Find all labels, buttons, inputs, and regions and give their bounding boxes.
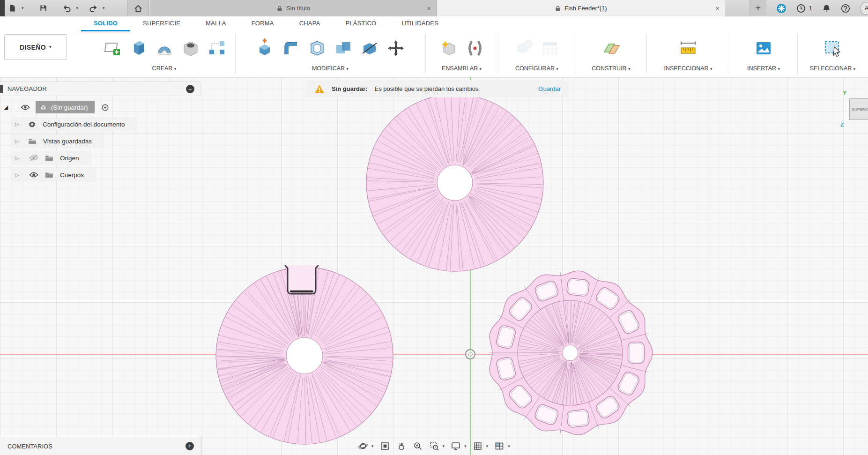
tree-row-document-settings[interactable]: ▷ Configuración del documento	[0, 116, 200, 133]
tree-item-label[interactable]: Origen	[60, 155, 79, 162]
viewports-caret-icon[interactable]: ▾	[508, 444, 510, 448]
ribbon-tools: CREAR ▾	[0, 31, 868, 77]
undo-caret-icon[interactable]: ▾	[76, 6, 79, 10]
extrude-icon[interactable]	[127, 37, 149, 59]
grid-settings-icon[interactable]	[473, 441, 483, 451]
user-avatar[interactable]: A	[860, 2, 868, 15]
orbit-icon[interactable]	[358, 441, 368, 451]
save-link[interactable]: Guardar	[538, 85, 561, 92]
activate-component-radio-icon[interactable]	[101, 104, 109, 112]
redo-icon[interactable]	[89, 4, 97, 13]
viewcube-top-face[interactable]: SUPERIOR	[849, 98, 868, 120]
hole-icon[interactable]	[180, 37, 201, 59]
create-sketch-icon[interactable]	[101, 37, 123, 59]
tab-malla[interactable]: MALLA	[193, 16, 239, 31]
undo-icon[interactable]	[63, 4, 71, 13]
combine-icon[interactable]	[333, 37, 354, 59]
gear-icon	[28, 120, 36, 128]
collapse-panel-button[interactable]: –	[186, 85, 194, 93]
ribbon-group-crear: CREAR ▾	[93, 31, 235, 77]
root-document-node[interactable]: (Sin guardar)	[36, 101, 95, 113]
tab-utilidades[interactable]: UTILIDADES	[389, 16, 451, 31]
file-menu-caret-icon[interactable]: ▾	[22, 6, 24, 10]
save-icon[interactable]	[39, 4, 47, 12]
viewports-icon[interactable]	[494, 441, 504, 451]
folder-icon	[28, 138, 37, 144]
notifications-bell-icon[interactable]	[822, 4, 831, 13]
lock-icon	[555, 5, 561, 12]
expand-caret-icon[interactable]: ▷	[15, 155, 22, 161]
group-label-crear[interactable]: CREAR ▾	[93, 65, 235, 72]
new-tab-button[interactable]: +	[749, 0, 766, 16]
press-pull-icon[interactable]	[254, 37, 275, 59]
close-tab-icon[interactable]: ×	[715, 4, 720, 12]
tree-row-bodies[interactable]: ▷ Cuerpos	[0, 166, 200, 183]
measure-icon[interactable]	[677, 37, 699, 59]
new-component-icon[interactable]	[438, 37, 460, 59]
ribbon: DISEÑO ▾ SOLIDO SUPERFICIE MALLA FORMA C…	[0, 16, 868, 77]
folder-icon	[45, 155, 53, 161]
origin-marker[interactable]	[465, 349, 475, 359]
ribbon-group-seleccionar: SELECCIONAR ▾	[797, 31, 868, 77]
document-tab-untitled[interactable]: Sin título ×	[150, 0, 437, 16]
select-icon[interactable]	[822, 37, 844, 59]
tree-item-label[interactable]: Vistas guardadas	[43, 138, 92, 145]
insert-image-icon[interactable]	[753, 37, 774, 59]
group-label-modificar[interactable]: MODIFICAR ▾	[235, 65, 425, 72]
display-settings-icon[interactable]	[451, 441, 461, 451]
display-settings-caret-icon[interactable]: ▾	[464, 444, 467, 448]
expand-caret-icon[interactable]: ▷	[15, 121, 22, 127]
tree-row-root[interactable]: ◢ (Sin guardar)	[0, 99, 200, 116]
panel-handle[interactable]	[0, 85, 3, 93]
split-body-icon[interactable]	[359, 37, 380, 59]
move-icon[interactable]	[385, 37, 407, 59]
tab-superficie[interactable]: SUPERFICIE	[130, 16, 193, 31]
add-comment-button[interactable]: +	[185, 442, 194, 450]
history-clock-icon[interactable]	[796, 4, 806, 13]
eye-off-icon[interactable]	[29, 155, 38, 161]
group-label-inspeccionar[interactable]: INSPECCIONAR ▾	[646, 65, 730, 72]
group-label-ensamblar[interactable]: ENSAMBLAR ▾	[425, 65, 498, 72]
group-label-construir[interactable]: CONSTRUIR ▾	[576, 65, 646, 72]
file-menu-icon[interactable]	[8, 4, 16, 12]
orbit-caret-icon[interactable]: ▾	[371, 444, 374, 448]
tree-item-label[interactable]: Configuración del documento	[43, 121, 125, 128]
viewcube[interactable]: Y SUPERIOR Z	[835, 90, 868, 127]
viewcube-y-axis-label: Y	[843, 90, 846, 96]
tree-row-saved-views[interactable]: ▷ Vistas guardadas	[0, 133, 200, 149]
joint-icon[interactable]	[464, 37, 486, 59]
grid-settings-caret-icon[interactable]: ▾	[486, 444, 489, 448]
expand-caret-icon[interactable]: ▷	[15, 138, 22, 144]
navigator-tree: ◢ (Sin guardar) ▷ Configuración del docu…	[0, 96, 200, 183]
group-label-configurar[interactable]: CONFIGURAR ▾	[498, 65, 576, 72]
ribbon-group-construir: CONSTRUIR ▾	[576, 31, 646, 77]
eye-icon[interactable]	[29, 172, 38, 178]
group-label-seleccionar[interactable]: SELECCIONAR ▾	[797, 65, 868, 72]
pattern-icon[interactable]	[206, 37, 228, 59]
tab-solido[interactable]: SOLIDO	[81, 16, 130, 31]
pan-hand-icon[interactable]	[396, 441, 407, 451]
shell-icon[interactable]	[306, 37, 328, 59]
zoom-window-caret-icon[interactable]: ▾	[443, 444, 445, 448]
tab-chapa[interactable]: CHAPA	[287, 16, 333, 31]
look-at-icon[interactable]	[380, 441, 390, 451]
home-button[interactable]	[127, 0, 149, 16]
close-tab-icon[interactable]: ×	[427, 4, 431, 12]
tree-item-label[interactable]: Cuerpos	[60, 172, 84, 179]
zoom-icon[interactable]	[413, 441, 423, 451]
eye-icon[interactable]	[21, 104, 30, 111]
fillet-icon[interactable]	[280, 37, 302, 59]
tree-row-origin[interactable]: ▷ Origen	[0, 149, 200, 166]
tab-plastico[interactable]: PLÁSTICO	[333, 16, 389, 31]
redo-caret-icon[interactable]: ▾	[103, 6, 105, 10]
help-icon[interactable]	[841, 4, 850, 13]
job-status-icon[interactable]	[776, 3, 786, 14]
expand-caret-icon[interactable]: ▷	[15, 172, 22, 178]
group-label-insertar[interactable]: INSERTAR ▾	[730, 65, 797, 72]
view-navigation-toolbar: ▾ ▾ ▾ ▾ ▾	[358, 440, 510, 453]
zoom-window-icon[interactable]	[429, 441, 439, 451]
construct-plane-icon[interactable]	[601, 37, 622, 59]
document-tab-fish-feeder[interactable]: Fish Feeder*(1) ×	[437, 0, 725, 16]
tab-forma[interactable]: FORMA	[239, 16, 287, 31]
revolve-icon[interactable]	[154, 37, 175, 59]
